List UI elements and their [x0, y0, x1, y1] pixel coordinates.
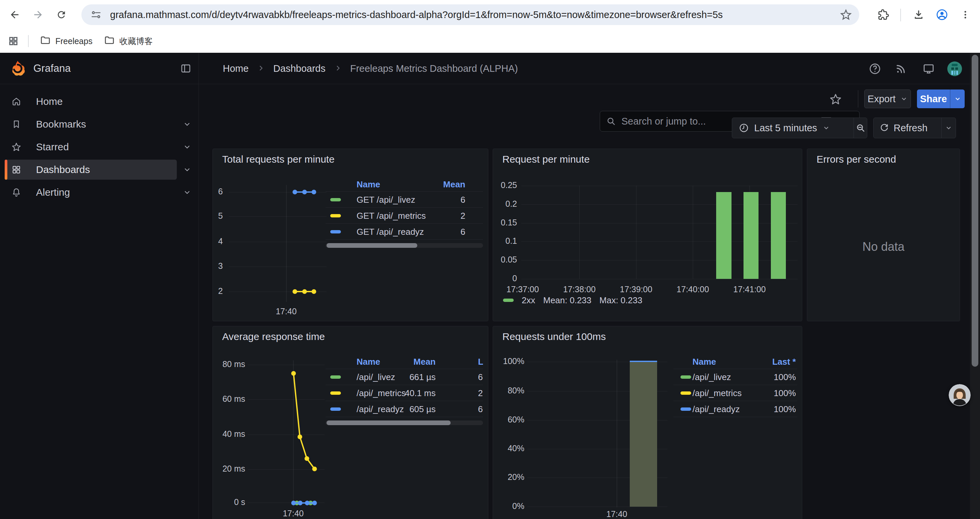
data-point	[312, 501, 317, 505]
legend-column-header[interactable]: Name	[692, 355, 716, 369]
time-range-picker[interactable]: Last 5 minutes	[732, 123, 854, 134]
menu-icon[interactable]	[958, 7, 973, 22]
y-axis-tick-label: 0%	[493, 501, 524, 511]
legend-series-pill[interactable]	[681, 407, 691, 411]
zoom-out-button[interactable]	[854, 123, 867, 133]
url-bar[interactable]: grafana.mathmast.com/d/deytv4rwavabkb/fr…	[81, 4, 859, 25]
legend-column-header[interactable]: Name	[356, 355, 380, 369]
page-scrollbar[interactable]	[970, 53, 980, 519]
export-button[interactable]: Export	[864, 89, 911, 108]
refresh-button[interactable]: Refresh	[873, 123, 941, 134]
legend-series-pill[interactable]	[681, 391, 691, 395]
x-axis-tick-label: 17:39:00	[609, 284, 663, 294]
refresh-interval-caret[interactable]	[942, 124, 956, 132]
legend-table: NameMeanGET /api/_livez6GET /api/_metric…	[326, 177, 483, 254]
legend-series-name[interactable]: /api/_readyz	[692, 401, 740, 417]
legend-series-name[interactable]: /api/_livez	[356, 369, 395, 385]
legend-series-name[interactable]: GET /api/_metrics	[356, 208, 426, 224]
bookmark-star-icon[interactable]	[840, 9, 852, 22]
browser-toolbar: grafana.mathmast.com/d/deytv4rwavabkb/fr…	[0, 0, 980, 29]
bar-2xx	[743, 192, 759, 279]
toolbar-divider	[900, 9, 901, 21]
legend-column-header[interactable]: Las	[478, 355, 483, 369]
help-icon[interactable]	[868, 61, 882, 76]
legend-series-name[interactable]: GET /api/_readyz	[356, 224, 424, 240]
bookmark-folder-freeleaps[interactable]: Freeleaps	[40, 29, 92, 53]
x-axis-tick-label: 17:40:00	[666, 284, 719, 294]
sidebar-item-home[interactable]: Home	[5, 91, 177, 112]
legend-series-name[interactable]: /api/_metrics	[356, 385, 406, 401]
bookmark-icon	[11, 119, 21, 129]
legend-value: 6	[461, 192, 465, 208]
share-menu-caret[interactable]	[950, 89, 965, 108]
y-axis-tick-label: 0.25	[493, 180, 517, 190]
monitor-icon[interactable]	[921, 61, 936, 76]
sidebar-item-starred[interactable]: Starred	[5, 137, 177, 157]
sidebar-item-dashboards[interactable]: Dashboards	[5, 160, 177, 180]
chevron-down-icon[interactable]	[183, 120, 191, 129]
legend-series-name[interactable]: /api/_metrics	[692, 385, 741, 401]
legend-series-pill[interactable]	[330, 407, 341, 411]
data-point	[298, 501, 302, 505]
data-point	[305, 501, 310, 505]
legend-series-name[interactable]: GET /api/_livez	[356, 192, 415, 208]
sidebar-row: Bookmarks	[0, 113, 199, 136]
panel-errors-per-second: Errors per second No data	[807, 149, 960, 321]
legend-column-header[interactable]: Mean	[414, 355, 436, 369]
chevron-down-icon[interactable]	[183, 143, 191, 151]
profile-icon[interactable]	[935, 7, 949, 22]
breadcrumb-home[interactable]: Home	[223, 63, 248, 74]
legend-series-pill[interactable]	[330, 214, 341, 217]
legend-column-header[interactable]: Mean	[443, 177, 465, 192]
sidebar-item-bookmarks[interactable]: Bookmarks	[5, 114, 177, 134]
bar-2xx	[771, 192, 786, 279]
grafana-brand[interactable]: Grafana	[33, 53, 71, 84]
site-info-icon[interactable]	[91, 10, 102, 21]
apps-grid-icon[interactable]	[8, 36, 19, 48]
page-scrollbar-thumb[interactable]	[972, 55, 978, 367]
legend-column-header[interactable]: Name	[356, 177, 380, 192]
legend-value: 646	[478, 369, 483, 385]
bookmarks-divider	[28, 35, 29, 47]
sidebar-item-alerting[interactable]: Alerting	[5, 182, 177, 203]
chevron-right-icon	[334, 63, 342, 74]
legend-scrollbar-thumb[interactable]	[326, 243, 417, 248]
news-rss-icon[interactable]	[894, 61, 908, 76]
gridline	[521, 186, 797, 186]
extensions-icon[interactable]	[876, 7, 891, 22]
gridline	[229, 216, 326, 217]
legend-series[interactable]: 2xx	[522, 295, 535, 306]
legend-series-name[interactable]: /api/_livez	[692, 369, 731, 385]
chevron-down-icon[interactable]	[183, 165, 191, 174]
back-icon[interactable]	[7, 7, 22, 22]
panel-request-per-minute: Request per minute 0.250.20.150.10.05017…	[493, 149, 802, 321]
chevron-down-icon[interactable]	[183, 188, 191, 197]
breadcrumb-dashboards[interactable]: Dashboards	[273, 63, 325, 74]
search-placeholder: Search or jump to...	[621, 116, 706, 127]
y-axis-tick-label: 100%	[493, 356, 524, 366]
sidebar-toggle-icon[interactable]	[180, 63, 191, 75]
user-avatar[interactable]	[947, 61, 962, 76]
url-text: grafana.mathmast.com/d/deytv4rwavabkb/fr…	[110, 4, 723, 25]
grafana-logo[interactable]	[10, 60, 26, 78]
legend-series-pill[interactable]	[330, 391, 341, 395]
legend-series-pill[interactable]	[330, 198, 341, 201]
legend-series-name[interactable]: /api/_readyz	[356, 401, 404, 417]
y-axis-tick-label: 5	[213, 211, 223, 221]
bookmark-folder-blogs[interactable]: 收藏博客	[104, 29, 153, 53]
download-icon[interactable]	[911, 7, 926, 22]
panel-title[interactable]: Errors per second	[816, 153, 896, 165]
legend-series-pill[interactable]	[330, 230, 341, 233]
legend-series-pill[interactable]	[330, 375, 341, 379]
legend-column-header[interactable]: Last *	[772, 355, 796, 369]
forward-icon[interactable]	[31, 7, 45, 22]
reload-icon[interactable]	[54, 7, 69, 22]
share-button[interactable]: Share	[917, 89, 965, 108]
legend-series-pill[interactable]	[681, 375, 691, 379]
favorite-star-icon[interactable]	[829, 93, 842, 105]
legend-scrollbar-thumb[interactable]	[326, 420, 451, 425]
data-point	[302, 289, 307, 294]
assistant-avatar-bubble[interactable]	[949, 384, 970, 406]
no-data-message: No data	[807, 240, 960, 254]
home-icon	[11, 96, 21, 107]
